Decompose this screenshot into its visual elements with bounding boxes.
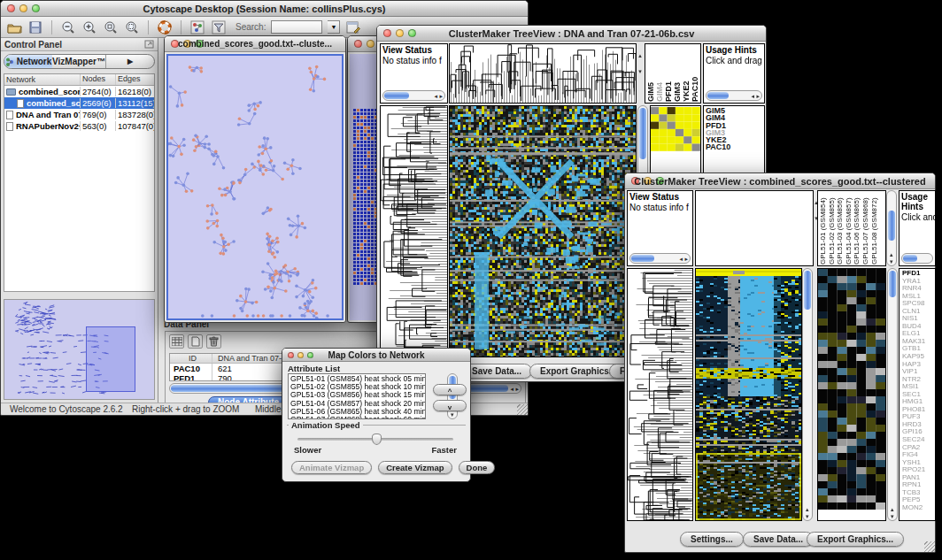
zoom-selected-icon[interactable] [103,19,119,35]
network-row[interactable]: combined_scores 2764(0) 16218(0) [4,86,154,97]
attribute-table-icon[interactable] [169,334,184,349]
status-welcome: Welcome to Cytoscape 2.6.2 [10,404,123,414]
gene-label[interactable]: MON2 [902,504,935,512]
move-down-button[interactable]: v [433,400,467,411]
slider-thumb[interactable] [372,433,382,445]
animation-speed-group: Animation Speed Slower Faster [287,425,466,458]
animation-speed-slider[interactable] [297,438,453,441]
create-vizmap-button[interactable]: Create Vizmap [378,461,452,474]
search-label: Search: [236,22,266,32]
row-dendrogram[interactable] [380,105,448,357]
heatmap-global[interactable] [695,268,802,521]
delete-attribute-trash-icon[interactable] [206,334,221,349]
tab-overflow-arrow[interactable]: ▶ [105,55,154,68]
network-row[interactable]: DNA and Tran 07 769(0) 183728(0) [4,109,154,120]
usage-hints-hscrollbar[interactable]: ◂ ▸ [706,90,762,101]
tree-arrows[interactable]: ▴▾ [637,45,644,77]
network-view-window-1: combined_scores_good.txt--cluste... [164,35,346,323]
id-column-header[interactable]: ID [170,354,212,363]
heatmap-vscrollbar[interactable]: ▴ ▾ [802,268,813,521]
row-label: PAC10 [706,143,762,150]
status-zoom-hint: Right-click + drag to ZOOM [132,404,239,414]
search-dropdown-arrow-icon[interactable]: ▼ [328,20,340,34]
column-dendrogram[interactable] [449,43,637,104]
column-label: GIM4 [655,45,664,102]
file-icon [6,122,13,131]
column-labels-vscrollbar[interactable]: ▴ ▾ [886,190,897,266]
usage-hints-hscrollbar[interactable] [901,253,933,264]
move-up-button[interactable]: ^ [433,384,467,395]
open-folder-icon[interactable] [6,19,22,35]
filter-funnel-icon[interactable] [211,19,227,35]
network-list-header[interactable]: Network Nodes Edges [4,74,154,86]
gene-label-list: PFD1YRA1RNR4MSL1SPC98CLN1NIS1BUD4ELG1MAK… [899,268,936,521]
attribute-list[interactable]: GPL51-01 (GSM854) heat shock 05 minGPL51… [288,373,426,419]
column-label: GPL51-01 (GSM854) [819,192,828,265]
export-graphics-button[interactable]: Export Graphics... [807,532,904,547]
tab-vizmapper[interactable]: VizMapper™ [52,55,105,68]
column-label: GPL51-08 (GSM872) [870,192,879,265]
network-window-title: combined_scores_good.txt--cluste... [165,39,345,49]
search-input[interactable] [271,20,322,34]
network-row[interactable]: combined_sco 2569(6) 13112(15) [4,97,154,109]
treeview-window-combined: ClusterMaker TreeView : combined_scores_… [624,173,936,553]
treeview1-title: ClusterMaker TreeView : DNA and Tran 07-… [377,28,766,39]
experiment-column-labels: GPL51-01 (GSM854)GPL51-02 (GSM855)GPL51-… [817,190,886,266]
usage-hints-panel: Usage Hints Click and drag to [899,190,936,266]
slower-label: Slower [294,445,321,455]
column-label: PFD1 [664,45,673,102]
control-panel-title: Control Panel [4,40,62,50]
heatmap-zoom[interactable] [817,268,886,521]
annotation-icon[interactable] [345,19,361,35]
treeview2-buttons: Settings... Save Data... Export Graphics… [625,528,935,549]
network-row[interactable]: RNAPuberNov2+ 563(0) 107847(0) [4,120,154,132]
view-status-hscrollbar[interactable]: ◂ ▸ [629,253,691,264]
column-label: GIM3 [673,45,682,102]
column-dendrogram-empty[interactable] [695,190,814,266]
zoom-in-icon[interactable] [81,19,97,35]
view-status-hscrollbar[interactable]: ◂ ▸ [382,90,445,101]
done-button[interactable]: Done [459,461,496,474]
attribute-list-label: Attribute List [288,364,340,373]
column-label: GPL51-07 (GSM868) [861,192,870,265]
map-dialog-title: Map Colors to Network [282,350,470,360]
save-icon[interactable] [27,19,43,35]
faster-label: Faster [431,445,457,455]
tab-network[interactable]: Network [4,55,52,68]
resize-grip[interactable] [924,541,935,552]
network-tab-icon [5,58,14,66]
attribute-list-vscrollbar[interactable]: ▴ ▾ [447,373,458,419]
vizmap-nodes-icon[interactable] [189,19,205,35]
column-label: PAC10 [691,45,699,102]
column-label: YKE2 [682,45,691,102]
matrix-column-labels: GIM5GIM4PFD1GIM3YKE2PAC10 [645,43,701,104]
heatmap-global[interactable] [449,105,637,357]
save-data-button[interactable]: Save Data... [461,364,532,379]
zoom-out-icon[interactable] [60,19,76,35]
close-icon[interactable] [354,40,362,48]
animate-vizmap-button[interactable]: Animate Vizmap [291,461,372,474]
row-dendrogram[interactable] [627,268,693,521]
network-canvas-1[interactable] [166,54,344,320]
main-titlebar[interactable]: Cytoscape Desktop (Session Name: collins… [1,1,528,17]
column-label: GPL51-06 (GSM865) [853,192,861,265]
birdseye-view[interactable] [4,299,155,400]
control-panel-tabs: Network VizMapper™ ▶ [4,54,155,69]
zoom-fit-icon[interactable] [124,19,140,35]
network-list: Network Nodes Edges combined_scores 2764… [4,73,155,292]
animation-speed-label: Animation Speed [289,420,363,430]
new-attribute-icon[interactable] [188,334,203,349]
minimize-icon[interactable] [367,40,374,48]
usage-hints-panel: Usage Hints Click and drag to ◂ ▸ [703,43,765,104]
view-status-panel: View Status No status info f ◂ ▸ [380,43,448,104]
column-label: GPL51-03 (GSM856) [836,192,845,265]
attribute-list-item[interactable]: GPL51-07 (GSM868) heat shock 60 min [290,416,423,419]
help-lifesaver-icon[interactable] [157,19,173,35]
treeview2-title: ClusterMaker TreeView : combined_scores_… [625,176,935,187]
zoom-vscrollbar[interactable]: ▴ ▾ [887,268,898,521]
save-data-button[interactable]: Save Data... [743,532,814,547]
view-status-panel: View Status No status info f ◂ ▸ [627,190,693,266]
float-panel-icon[interactable] [144,40,154,49]
resize-grip[interactable] [517,404,528,415]
settings-button[interactable]: Settings... [680,532,744,547]
